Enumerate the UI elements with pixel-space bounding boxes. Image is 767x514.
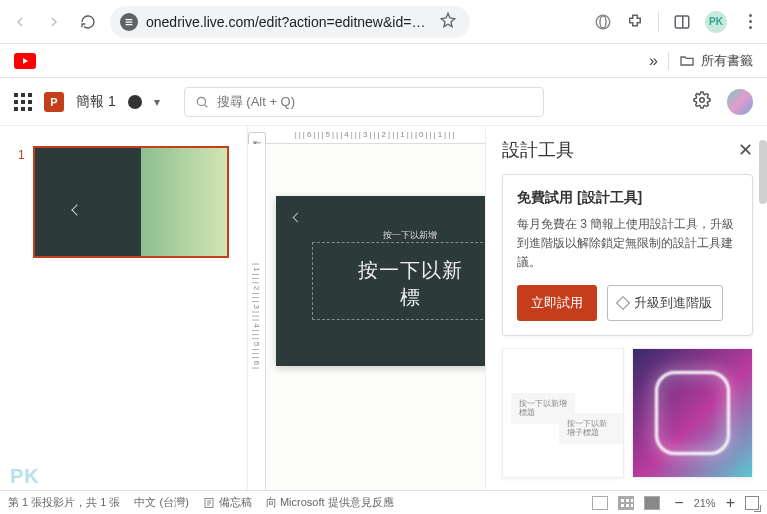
url-text: onedrive.live.com/edit?action=editnew&id…	[146, 14, 432, 30]
upsell-card: 免費試用 [設計工具] 每月免費在 3 簡報上使用設計工具，升級到進階版以解除鎖…	[502, 174, 753, 336]
suggestion-subtext: 按一下以新增子標題	[559, 413, 623, 444]
chrome-menu-icon[interactable]	[741, 14, 759, 29]
zoom-out-button[interactable]: −	[674, 494, 683, 512]
slide-thumbnail[interactable]	[33, 146, 229, 258]
svg-point-0	[596, 15, 610, 29]
search-placeholder: 搜尋 (Alt + Q)	[217, 93, 295, 111]
slide-sorter-view-icon[interactable]	[618, 496, 634, 510]
placeholder-line1: 按一下以新	[333, 257, 485, 284]
designer-title: 設計工具	[502, 138, 574, 162]
scrollbar[interactable]	[759, 140, 767, 204]
forward-button[interactable]	[42, 10, 66, 34]
upgrade-button[interactable]: 升級到進階版	[607, 285, 723, 321]
design-suggestion-2[interactable]	[632, 348, 754, 478]
upsell-body: 每月免費在 3 簡報上使用設計工具，升級到進階版以解除鎖定無限制的設計工具建議。	[517, 215, 738, 273]
reading-view-icon[interactable]	[644, 496, 660, 510]
opera-extension-icon[interactable]	[594, 13, 612, 31]
back-button[interactable]	[8, 10, 32, 34]
horizontal-ruler: |||6|||5|||4|||3|||2|||1|||0|||1|||	[266, 126, 485, 144]
svg-point-1	[600, 16, 606, 28]
search-box[interactable]: 搜尋 (Alt + Q)	[184, 87, 544, 117]
app-launcher-icon[interactable]	[14, 93, 32, 111]
suggestion-text: 按一下以新增	[519, 399, 567, 409]
folder-icon[interactable]: 所有書籤	[679, 52, 753, 70]
side-panel-icon[interactable]	[673, 13, 691, 31]
zoom-level[interactable]: 21%	[694, 497, 716, 509]
bookmarks-bar: » 所有書籤	[0, 44, 767, 78]
watermark: PK	[10, 465, 40, 488]
youtube-bookmark-icon[interactable]	[14, 53, 36, 69]
account-avatar[interactable]	[727, 89, 753, 115]
status-bar: 第 1 張投影片，共 1 張 中文 (台灣) 備忘稿 向 Microsoft 提…	[0, 490, 767, 514]
browser-toolbar: onedrive.live.com/edit?action=editnew&id…	[0, 0, 767, 44]
profile-avatar[interactable]: PK	[705, 11, 727, 33]
placeholder-hint: 按一下以新增	[383, 229, 437, 242]
upsell-title: 免費試用 [設計工具]	[517, 189, 738, 207]
normal-view-icon[interactable]	[592, 496, 608, 510]
separator	[658, 12, 659, 32]
notes-button[interactable]: 備忘稿	[203, 495, 252, 510]
sensitivity-indicator-icon[interactable]	[128, 95, 142, 109]
bookmarks-overflow-icon[interactable]: »	[649, 52, 658, 70]
extensions-icon[interactable]	[626, 13, 644, 31]
separator	[668, 52, 669, 70]
fit-to-window-icon[interactable]	[745, 496, 759, 510]
svg-point-4	[700, 98, 705, 103]
pointer-icon	[293, 213, 303, 223]
design-suggestions: 按一下以新增 標題 按一下以新增子標題	[502, 348, 753, 478]
address-bar[interactable]: onedrive.live.com/edit?action=editnew&id…	[110, 6, 470, 38]
document-title[interactable]: 簡報 1	[76, 93, 116, 111]
all-bookmarks-label: 所有書籤	[701, 52, 753, 70]
title-placeholder[interactable]: 按一下以新增 按一下以新 標	[312, 242, 485, 320]
close-icon[interactable]: ✕	[738, 139, 753, 161]
powerpoint-logo-icon[interactable]: P	[44, 92, 64, 112]
placeholder-line2: 標	[333, 284, 485, 311]
site-info-icon[interactable]	[120, 13, 138, 31]
premium-diamond-icon	[616, 295, 630, 309]
search-icon	[195, 95, 209, 109]
settings-icon[interactable]	[693, 91, 711, 112]
feedback-link[interactable]: 向 Microsoft 提供意見反應	[266, 495, 394, 510]
svg-point-3	[197, 97, 205, 105]
title-dropdown-icon[interactable]: ▾	[154, 95, 160, 109]
main-area: 1 ⇤ |||6|||5|||4|||3|||2|||1|||0|||1||| …	[0, 126, 767, 490]
try-now-button[interactable]: 立即試用	[517, 285, 597, 321]
slide-counter: 第 1 張投影片，共 1 張	[8, 495, 120, 510]
vertical-ruler: |1|||2|||3|||4|||5|||6|	[248, 144, 266, 490]
design-suggestion-1[interactable]: 按一下以新增 標題 按一下以新增子標題	[502, 348, 624, 478]
slide-canvas[interactable]: 按一下以新增 按一下以新 標	[276, 196, 485, 366]
zoom-in-button[interactable]: +	[726, 494, 735, 512]
slide-thumbnail-panel: 1	[0, 126, 248, 490]
reload-button[interactable]	[76, 10, 100, 34]
slide-number: 1	[18, 146, 25, 162]
upgrade-label: 升級到進階版	[634, 294, 712, 312]
app-header: P 簡報 1 ▾ 搜尋 (Alt + Q)	[0, 78, 767, 126]
designer-pane: 設計工具 ✕ 免費試用 [設計工具] 每月免費在 3 簡報上使用設計工具，升級到…	[485, 126, 767, 490]
slide-editor: ⇤ |||6|||5|||4|||3|||2|||1|||0|||1||| |1…	[248, 126, 485, 490]
bookmark-star-icon[interactable]	[440, 12, 456, 31]
language-label[interactable]: 中文 (台灣)	[134, 495, 188, 510]
notes-icon	[203, 497, 215, 509]
